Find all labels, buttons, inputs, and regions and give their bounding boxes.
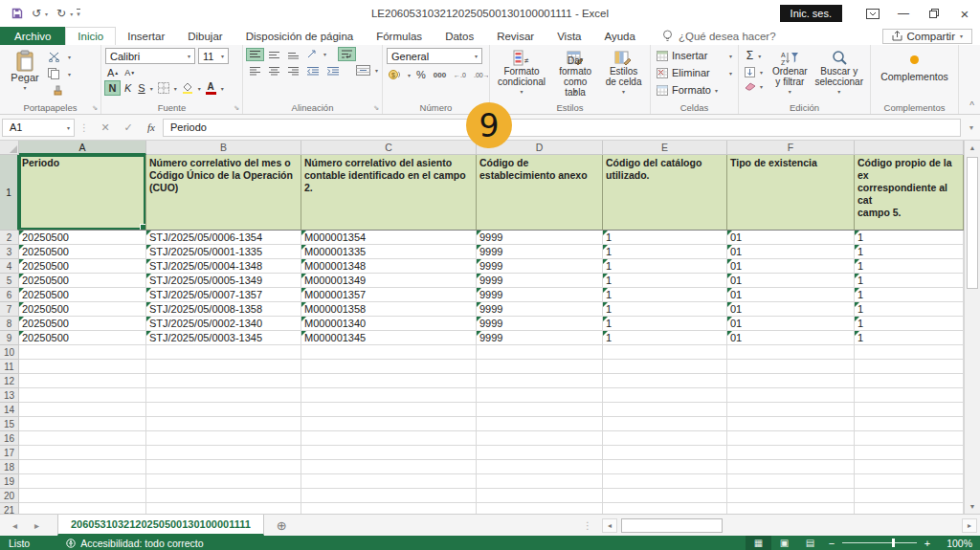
cell-A13[interactable] xyxy=(19,388,146,403)
cell-E12[interactable] xyxy=(603,374,727,388)
cell-F13[interactable] xyxy=(727,388,855,403)
cell-B7[interactable]: STJ/2025/05/0008-1358 xyxy=(146,302,301,317)
cell-E3[interactable]: 1 xyxy=(603,245,727,259)
row-header-2[interactable]: 2 xyxy=(0,231,19,245)
cell-B17[interactable] xyxy=(146,446,301,460)
cell-C11[interactable] xyxy=(301,360,477,374)
prev-sheet-icon[interactable]: ◂ xyxy=(8,520,22,531)
cell-B10[interactable] xyxy=(146,345,301,360)
cell-B14[interactable] xyxy=(146,403,301,417)
cell-C14[interactable] xyxy=(301,403,477,417)
cell-D9[interactable]: 9999 xyxy=(477,331,603,345)
formula-input[interactable]: Periodo xyxy=(163,119,961,137)
row-header-10[interactable]: 10 xyxy=(0,345,19,360)
zoom-slider[interactable] xyxy=(842,542,917,543)
cell-G11[interactable] xyxy=(855,360,964,374)
cell-styles-button[interactable]: Estilos de celda▾ xyxy=(601,48,646,100)
cell-C15[interactable] xyxy=(301,417,477,431)
cell-G17[interactable] xyxy=(855,446,964,460)
row-header-19[interactable]: 19 xyxy=(0,474,19,489)
align-right-button[interactable] xyxy=(285,65,301,77)
save-icon[interactable] xyxy=(11,8,23,19)
cell-D10[interactable] xyxy=(477,345,603,360)
cell-A14[interactable] xyxy=(19,403,146,417)
ribbon-display-options-icon[interactable] xyxy=(858,0,888,27)
scroll-left-icon[interactable]: ◂ xyxy=(602,518,617,533)
cell-B4[interactable]: STJ/2025/05/0004-1348 xyxy=(146,259,301,274)
cell-F10[interactable] xyxy=(727,345,855,360)
cell-F18[interactable] xyxy=(727,460,855,474)
row-header-18[interactable]: 18 xyxy=(0,460,19,474)
delete-cells-button[interactable]: Eliminar▾ xyxy=(655,65,734,80)
row-header-7[interactable]: 7 xyxy=(0,302,19,317)
cell-C1[interactable]: Número correlativo del asiento contable … xyxy=(301,155,477,231)
cell-E2[interactable]: 1 xyxy=(603,231,727,245)
cell-E15[interactable] xyxy=(603,417,727,431)
middle-align-button[interactable] xyxy=(266,49,282,60)
ribbon-tab-insertar[interactable]: Insertar xyxy=(116,27,176,45)
cell-D8[interactable]: 9999 xyxy=(477,317,603,331)
cell-B19[interactable] xyxy=(146,474,301,489)
cell-A11[interactable] xyxy=(19,360,146,374)
cell-C10[interactable] xyxy=(301,345,477,360)
cell-A16[interactable] xyxy=(19,431,146,446)
row-header-11[interactable]: 11 xyxy=(0,360,19,374)
cell-C3[interactable]: M000001335 xyxy=(301,245,477,259)
row-header-4[interactable]: 4 xyxy=(0,259,19,274)
cell-D13[interactable] xyxy=(477,388,603,403)
cell-G15[interactable] xyxy=(855,417,964,431)
column-header-F[interactable]: F xyxy=(727,141,855,155)
scroll-down-icon[interactable]: ▼ xyxy=(965,499,980,514)
increase-indent-button[interactable] xyxy=(324,65,342,77)
row-header-14[interactable]: 14 xyxy=(0,403,19,417)
expand-formula-bar-icon[interactable]: ▾ xyxy=(963,123,980,132)
cell-D16[interactable] xyxy=(477,431,603,446)
select-all-corner[interactable] xyxy=(0,141,19,155)
cell-B2[interactable]: STJ/2025/05/0006-1354 xyxy=(146,231,301,245)
sheet-tab[interactable]: 2060531032120250500130100001111 xyxy=(57,515,264,536)
cell-D21[interactable] xyxy=(477,503,603,514)
scroll-right-icon[interactable]: ▸ xyxy=(962,518,977,533)
cell-G5[interactable]: 1 xyxy=(855,274,964,288)
customize-qat-icon[interactable]: ▾ xyxy=(77,9,80,18)
scroll-up-icon[interactable]: ▲ xyxy=(965,141,980,155)
cell-E16[interactable] xyxy=(603,431,727,446)
ribbon-tab-archivo[interactable]: Archivo xyxy=(0,27,65,45)
cell-D19[interactable] xyxy=(477,474,603,489)
zoom-slider-thumb[interactable] xyxy=(892,539,895,547)
cell-A6[interactable]: 20250500 xyxy=(19,288,146,302)
row-header-6[interactable]: 6 xyxy=(0,288,19,302)
find-select-button[interactable]: Buscar y seleccionar▾ xyxy=(812,48,867,100)
cell-F12[interactable] xyxy=(727,374,855,388)
cell-F16[interactable] xyxy=(727,431,855,446)
insert-function-button[interactable]: fx xyxy=(140,121,163,133)
portapapeles-dialog-launcher-icon[interactable]: ⇘ xyxy=(92,104,98,112)
cell-C16[interactable] xyxy=(301,431,477,446)
cell-G20[interactable] xyxy=(855,489,964,503)
cell-G19[interactable] xyxy=(855,474,964,489)
normal-view-icon[interactable]: ▦ xyxy=(746,536,771,550)
conditional-formatting-button[interactable]: ≠ Formato condicional▾ xyxy=(494,48,549,100)
row-header-15[interactable]: 15 xyxy=(0,417,19,431)
column-header-C[interactable]: C xyxy=(301,141,477,155)
cell-E20[interactable] xyxy=(603,489,727,503)
cell-D17[interactable] xyxy=(477,446,603,460)
cell-C13[interactable] xyxy=(301,388,477,403)
decrease-indent-button[interactable] xyxy=(304,65,322,77)
cell-G16[interactable] xyxy=(855,431,964,446)
next-sheet-icon[interactable]: ▸ xyxy=(30,520,44,531)
accounting-caret-icon[interactable]: ▾ xyxy=(408,72,411,78)
accounting-format-button[interactable]: $ xyxy=(387,68,404,81)
bold-button[interactable]: N xyxy=(105,81,120,95)
grow-font-button[interactable]: A▲ xyxy=(105,66,121,79)
ribbon-tab-revisar[interactable]: Revisar xyxy=(485,27,546,45)
cell-G21[interactable] xyxy=(855,503,964,514)
minimize-button[interactable]: — xyxy=(888,0,919,27)
cell-B13[interactable] xyxy=(146,388,301,403)
cell-F21[interactable] xyxy=(727,503,855,514)
cell-B12[interactable] xyxy=(146,374,301,388)
cell-G7[interactable]: 1 xyxy=(855,302,964,317)
cell-C20[interactable] xyxy=(301,489,477,503)
complementos-button[interactable]: Complementos xyxy=(877,48,952,100)
cell-A15[interactable] xyxy=(19,417,146,431)
